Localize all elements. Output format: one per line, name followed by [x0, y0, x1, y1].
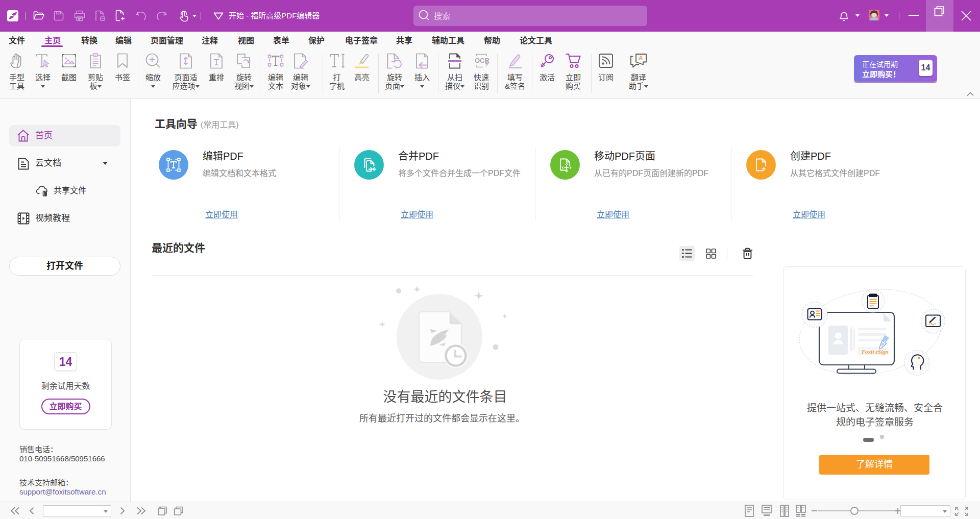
- svg-text:Foxit eSign: Foxit eSign: [861, 349, 889, 355]
- svg-text:OCR: OCR: [475, 57, 489, 64]
- svg-text:A: A: [639, 55, 643, 62]
